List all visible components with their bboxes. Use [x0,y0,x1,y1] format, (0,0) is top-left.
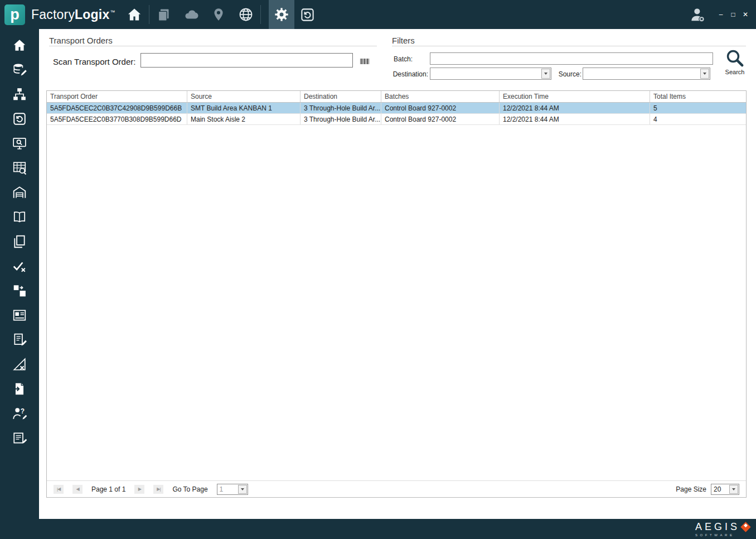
batch-filter-input[interactable] [430,52,713,65]
sidebar-item-transfer[interactable] [7,282,32,299]
destination-filter-select[interactable] [430,68,551,80]
sidebar-item-home[interactable] [7,37,32,54]
sidebar-item-monitor-search[interactable] [7,135,32,152]
brand-suffix: Logix [75,7,109,22]
aegis-brand-text: AEGIS [695,521,740,533]
column-header-batches[interactable]: Batches [381,91,500,102]
table-row[interactable]: 5A5FDA5CEC2C0B37C42908D9B599D66B SMT Bui… [47,103,746,114]
monitor-search-icon [12,136,27,151]
sidebar-item-user-help[interactable]: ? [7,405,32,422]
sidebar-item-book[interactable] [7,209,32,225]
location-pin-icon[interactable] [211,7,226,22]
cell-destination: 3 Through-Hole Build Ar... [301,103,381,113]
cell-source: SMT Build Area KANBAN 1 [187,103,301,113]
goto-page-input[interactable] [217,484,239,494]
sidebar-item-verify[interactable] [7,258,32,275]
search-button[interactable]: Search [720,48,749,75]
sidebar-item-copy[interactable] [7,233,32,250]
last-page-button[interactable]: ▶| [153,485,163,494]
cloud-icon[interactable] [183,7,199,22]
transport-orders-section-title: Transport Orders [49,36,113,45]
workflow-icon [12,87,27,102]
history-icon[interactable] [300,7,315,22]
chevron-down-icon[interactable] [238,485,247,494]
pagination-bar: |◀ ◀ Page 1 of 1 ▶ ▶| Go To Page Page Si… [47,480,746,497]
search-button-label: Search [720,69,749,75]
brand-title: FactoryLogix™ [31,7,115,22]
sidebar-item-id-card[interactable] [7,307,32,324]
cell-transport-order: 5A5FDA5CEC2C0B37C42908D9B599D66B [47,103,187,113]
cell-destination: 3 Through-Hole Build Ar... [301,114,381,124]
sidebar-item-design-cancel[interactable] [7,356,32,373]
settings-gear-icon[interactable] [269,0,294,29]
sidebar-item-document-edit[interactable] [7,331,32,348]
page-size-controls: Page Size 20 [676,484,739,495]
batch-filter-label: Batch: [351,55,413,63]
home-icon[interactable] [127,7,142,22]
section-divider [49,46,377,46]
table-header-row: Transport Order Source Destination Batch… [47,91,746,103]
documents-icon[interactable] [156,7,171,22]
transport-orders-table: Transport Order Source Destination Batch… [46,90,747,498]
brand-prefix: Factory [31,7,75,22]
titlebar-nav-icons [156,7,254,22]
cell-execution-time: 12/2/2021 8:44 AM [500,103,650,113]
column-header-execution-time[interactable]: Execution Time [500,91,650,102]
brand-trademark: ™ [110,9,115,15]
aegis-tagline: SOFTWARE [695,533,735,537]
page-size-label: Page Size [676,485,706,493]
user-help-icon: ? [12,406,27,421]
titlebar-divider [149,5,149,24]
first-page-button[interactable]: |◀ [54,485,64,494]
schedule-edit-icon [12,431,27,445]
column-header-destination[interactable]: Destination [301,91,381,102]
source-filter-select[interactable] [583,68,710,80]
scan-transport-order-label: Scan Transport Order: [53,57,135,66]
cell-source: Main Stock Aisle 2 [187,114,301,124]
prev-page-button[interactable]: ◀ [72,485,83,494]
section-divider [392,46,746,46]
sidebar-item-table-search[interactable] [7,160,32,176]
sidebar: ? [0,29,39,519]
copy-icon [12,234,27,249]
bottom-bar: AEGIS SOFTWARE [0,519,756,539]
titlebar-right-controls: – □ ✕ [689,6,756,23]
history-icon [12,112,27,126]
table-search-icon [12,161,27,175]
column-header-source[interactable]: Source [187,91,301,102]
scan-transport-order-input[interactable] [140,53,353,68]
table-row[interactable]: 5A5FDA5CEE2C0B3770B308D9B599D66D Main St… [47,114,746,125]
cell-transport-order: 5A5FDA5CEE2C0B3770B308D9B599D66D [47,114,187,124]
home-icon [12,38,27,52]
aegis-logo-top: AEGIS [695,521,749,533]
verify-icon [12,259,27,273]
sidebar-item-history[interactable] [7,110,32,127]
sidebar-item-workflow[interactable] [7,86,32,103]
sidebar-item-warehouse[interactable] [7,184,32,201]
document-edit-icon [12,333,27,347]
chevron-down-icon[interactable] [729,485,738,494]
sidebar-item-document-import[interactable] [7,381,32,397]
chevron-down-icon[interactable] [700,69,709,79]
globe-icon[interactable] [238,7,254,22]
app-logo-letter: p [10,6,20,23]
column-header-transport-order[interactable]: Transport Order [47,91,187,102]
goto-page-label: Go To Page [172,485,207,493]
page-size-select[interactable]: 20 [711,484,739,495]
next-page-button[interactable]: ▶ [134,485,144,494]
column-header-total-items[interactable]: Total Items [650,91,746,102]
sidebar-item-database-edit[interactable] [7,61,32,78]
search-icon [720,48,749,68]
cell-total-items: 5 [650,103,746,113]
aegis-diamond-icon [740,522,750,532]
page-size-value: 20 [714,485,721,493]
cell-execution-time: 12/2/2021 8:44 AM [500,114,650,124]
source-filter-label: Source: [541,70,581,78]
filters-section-title: Filters [392,36,415,45]
minimize-button[interactable]: – [715,8,727,21]
user-account-icon[interactable] [689,6,706,23]
sidebar-item-schedule-edit[interactable] [7,430,32,446]
cell-batches: Control Board 927-0002 [381,103,500,113]
maximize-button[interactable]: □ [727,8,739,21]
close-button[interactable]: ✕ [739,8,752,21]
